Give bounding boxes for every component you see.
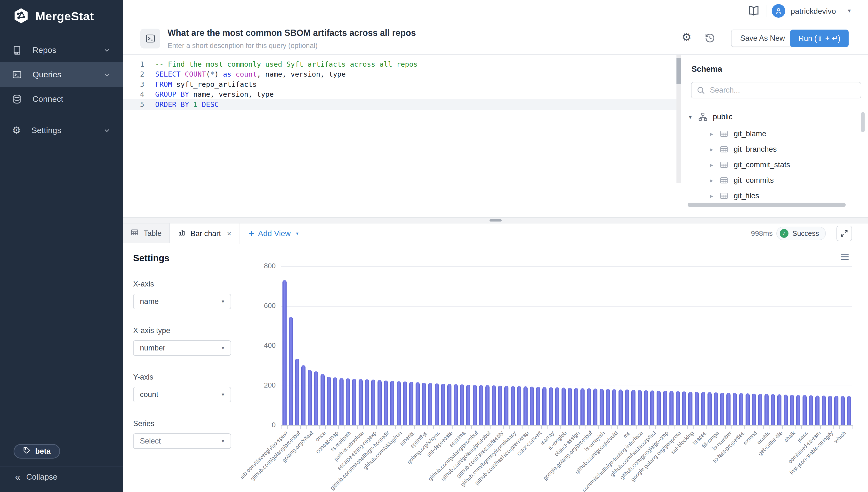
bar[interactable] [492, 385, 496, 425]
bar[interactable] [714, 392, 718, 425]
bar[interactable] [485, 385, 489, 425]
editor-scrollbar-thumb[interactable] [676, 58, 681, 83]
tree-node-git_branches[interactable]: ▸git_branches [682, 142, 861, 157]
query-title[interactable]: What are the most common SBOM artifacts … [168, 28, 416, 38]
bar[interactable] [574, 388, 578, 425]
username[interactable]: patrickdevivo [791, 7, 836, 16]
bar[interactable] [283, 280, 287, 425]
splitter-drag-handle[interactable] [489, 219, 502, 222]
bar[interactable] [612, 389, 616, 425]
user-menu-caret-icon[interactable]: ▾ [848, 7, 851, 14]
bar[interactable] [796, 395, 800, 425]
bar[interactable] [479, 385, 483, 425]
caret-right-icon[interactable]: ▸ [708, 130, 715, 138]
bar[interactable] [676, 391, 680, 425]
bar[interactable] [371, 379, 375, 425]
query-description-input[interactable]: Enter a short description for this query… [168, 42, 318, 50]
bar[interactable] [542, 387, 547, 425]
bar[interactable] [682, 391, 686, 425]
caret-right-icon[interactable]: ▸ [708, 192, 715, 199]
bar[interactable] [631, 390, 635, 425]
bar[interactable] [352, 379, 356, 425]
sidebar-item-repos[interactable]: Repos [0, 38, 123, 62]
tree-node-git_commits[interactable]: ▸git_commits [682, 173, 861, 188]
bar[interactable] [504, 386, 508, 425]
collapse-button[interactable]: « Collapse [15, 472, 57, 482]
bar[interactable] [688, 392, 693, 425]
bar[interactable] [289, 317, 293, 425]
bar[interactable] [428, 383, 432, 425]
x-axis-select[interactable]: name▾ [133, 294, 231, 309]
bar[interactable] [790, 395, 794, 425]
bar[interactable] [346, 378, 350, 425]
bar[interactable] [593, 389, 597, 425]
run-button[interactable]: Run (⇧ + ↵) [790, 30, 849, 47]
bar[interactable] [302, 365, 306, 425]
bar[interactable] [802, 395, 807, 425]
tab-table[interactable]: Table [123, 223, 170, 243]
bar[interactable] [517, 386, 521, 425]
tree-node-public[interactable]: ▾public [682, 109, 861, 125]
tree-node-git_files[interactable]: ▸git_files [682, 188, 861, 203]
close-tab-icon[interactable]: × [227, 229, 231, 238]
query-settings-gear-icon[interactable]: ⚙ [681, 31, 692, 43]
bar[interactable] [733, 393, 737, 425]
chart-menu-icon[interactable] [840, 253, 849, 262]
avatar[interactable] [772, 4, 785, 18]
bar[interactable] [555, 387, 559, 425]
bar[interactable] [726, 393, 730, 425]
bar[interactable] [758, 394, 762, 425]
x-axis-type-select[interactable]: number▾ [133, 340, 231, 356]
bar[interactable] [359, 379, 363, 425]
bar[interactable] [295, 359, 299, 425]
bar[interactable] [549, 387, 553, 425]
bar[interactable] [333, 377, 337, 425]
bar[interactable] [378, 380, 382, 425]
query-history-icon[interactable] [704, 32, 716, 45]
bar[interactable] [339, 378, 343, 425]
bar[interactable] [809, 395, 813, 425]
save-as-new-button[interactable]: Save As New [731, 30, 794, 47]
bar[interactable] [619, 390, 623, 425]
bar[interactable] [308, 370, 312, 425]
bar[interactable] [739, 393, 743, 425]
bar[interactable] [783, 395, 788, 425]
bar[interactable] [606, 389, 610, 425]
panel-splitter[interactable] [123, 217, 868, 223]
caret-right-icon[interactable]: ▸ [708, 162, 715, 168]
bar[interactable] [441, 384, 445, 425]
tree-node-git_blame[interactable]: ▸git_blame [682, 126, 861, 142]
bar[interactable] [422, 383, 426, 425]
bar[interactable] [587, 388, 591, 425]
sidebar-item-settings[interactable]: ⚙Settings [0, 118, 123, 143]
bar[interactable] [390, 381, 394, 425]
schema-hscrollbar-thumb[interactable] [688, 203, 846, 207]
bar[interactable] [771, 394, 775, 425]
tree-node-git_commit_stats[interactable]: ▸git_commit_stats [682, 157, 861, 173]
bar[interactable] [701, 392, 705, 425]
sidebar-item-queries[interactable]: Queries [0, 62, 123, 87]
bar[interactable] [384, 380, 388, 425]
series-select[interactable]: Select▾ [133, 433, 231, 449]
bar[interactable] [403, 382, 407, 425]
bar[interactable] [320, 374, 324, 425]
bar[interactable] [707, 392, 712, 425]
bar[interactable] [327, 377, 331, 425]
bar[interactable] [524, 386, 528, 425]
bar[interactable] [695, 392, 699, 425]
bar[interactable] [530, 387, 534, 425]
bar[interactable] [409, 382, 413, 425]
bar[interactable] [638, 390, 642, 425]
bar[interactable] [828, 396, 832, 425]
bar[interactable] [365, 379, 369, 425]
bar[interactable] [460, 385, 464, 425]
bar[interactable] [644, 390, 648, 425]
schema-search-input[interactable]: Search... [691, 82, 861, 98]
bar[interactable] [454, 384, 458, 425]
bar[interactable] [536, 387, 540, 425]
bar[interactable] [314, 371, 318, 425]
bar[interactable] [580, 388, 584, 425]
add-view-button[interactable]: + Add View ▾ [248, 223, 298, 243]
bar[interactable] [561, 388, 566, 425]
bar[interactable] [511, 386, 515, 425]
